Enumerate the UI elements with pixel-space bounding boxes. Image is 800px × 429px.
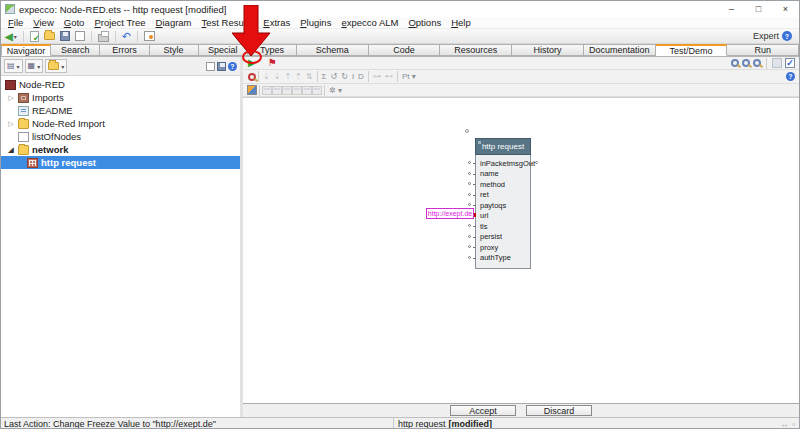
step-icon-1[interactable]: ⇣: [261, 71, 272, 83]
menu-options[interactable]: Options: [403, 17, 446, 29]
pin-row-proxy[interactable]: proxy: [476, 242, 530, 253]
freeze-value-label[interactable]: http://exept.de: [426, 208, 474, 219]
tab-documentation[interactable]: Documentation: [584, 44, 656, 56]
star-dropdown[interactable]: ✲ ▾: [327, 86, 344, 95]
new-project-button[interactable]: ✔: [29, 30, 40, 43]
navigator-help-icon[interactable]: ?: [228, 62, 237, 71]
undo-button[interactable]: ↶: [121, 30, 132, 43]
find-icon[interactable]: [248, 73, 256, 81]
tree-folder-mode-button[interactable]: ▾: [45, 59, 67, 73]
new-window-button[interactable]: [74, 30, 86, 43]
tab-run[interactable]: Run: [727, 44, 799, 56]
menu-diagram[interactable]: Diagram: [151, 17, 197, 29]
tab-errors[interactable]: Errors: [100, 44, 149, 56]
discard-button[interactable]: Discard: [526, 405, 592, 416]
tab-resources[interactable]: Resources: [440, 44, 512, 56]
schema-canvas[interactable]: http request inPacket msgOut name: [243, 97, 799, 403]
tree-item-imports[interactable]: ▷ Imports: [1, 91, 240, 104]
tree-item-node-red-import[interactable]: ▷ Node-Red Import: [1, 117, 240, 130]
zoom-in-icon[interactable]: [731, 59, 739, 67]
save-project-button[interactable]: [59, 30, 71, 43]
tab-navigator[interactable]: Navigator: [1, 44, 51, 56]
menu-extras[interactable]: Extras: [258, 17, 295, 29]
layout-icon-5[interactable]: [302, 86, 312, 95]
stop-flag-icon[interactable]: ⚑: [268, 57, 277, 69]
step-icon-4[interactable]: ⇡: [293, 71, 304, 83]
open-in-window-icon[interactable]: [206, 62, 215, 71]
open-project-button[interactable]: [43, 30, 56, 43]
tab-types[interactable]: Types: [248, 44, 297, 56]
tab-search[interactable]: Search: [51, 44, 100, 56]
tree-sort-mode-button[interactable]: ▦▾: [25, 59, 44, 73]
auto-update-checkbox[interactable]: ✓: [785, 58, 795, 68]
maximize-button[interactable]: □: [745, 1, 772, 17]
input-pin-connector[interactable]: [468, 256, 471, 259]
http-request-node[interactable]: http request inPacket msgOut name: [475, 138, 531, 269]
layout-icon-6[interactable]: [312, 86, 322, 95]
test-help-icon[interactable]: ?: [786, 72, 795, 81]
tree-item-node-red[interactable]: Node-RED: [1, 78, 240, 91]
connector-right-icon[interactable]: ⊷: [383, 71, 395, 83]
step-icon-2[interactable]: ⇣: [272, 71, 283, 83]
menu-plugins[interactable]: Plugins: [295, 17, 336, 29]
input-pin-connector[interactable]: [468, 193, 471, 196]
menu-test-results[interactable]: Test Results: [197, 17, 259, 29]
tab-code[interactable]: Code: [369, 44, 441, 56]
pin-row-inpacket[interactable]: inPacket msgOut: [476, 158, 530, 169]
layout-icon-1[interactable]: [262, 86, 272, 95]
tab-special[interactable]: Special: [199, 44, 248, 56]
tab-history[interactable]: History: [512, 44, 584, 56]
close-button[interactable]: ×: [772, 1, 799, 17]
debug-icon[interactable]: D: [356, 71, 366, 83]
pin-row-ret[interactable]: ret: [476, 190, 530, 201]
menu-goto[interactable]: Goto: [59, 17, 90, 29]
menu-project-tree[interactable]: Project Tree: [89, 17, 150, 29]
tree-item-http-request[interactable]: http request: [1, 156, 240, 169]
pin-row-method[interactable]: method: [476, 179, 530, 190]
input-pin-connector[interactable]: [468, 161, 471, 164]
expander-collapsed-icon[interactable]: ▷: [7, 94, 15, 102]
output-pin-connector[interactable]: [535, 161, 538, 164]
configure-icon[interactable]: [247, 85, 257, 95]
layout-icon-4[interactable]: [292, 86, 302, 95]
back-button[interactable]: ◀ ▾: [4, 30, 18, 43]
pin-row-url[interactable]: url: [476, 211, 530, 222]
print-button[interactable]: [97, 30, 110, 43]
tree-item-readme[interactable]: README: [1, 104, 240, 117]
pin-row-paytoqs[interactable]: paytoqs: [476, 200, 530, 211]
breakpoint-dot[interactable]: [465, 129, 469, 133]
tree-item-listofnodes[interactable]: listOfNodes: [1, 130, 240, 143]
tree-view-mode-button[interactable]: ▤▾: [4, 59, 23, 73]
accept-button[interactable]: Accept: [450, 405, 516, 416]
help-icon[interactable]: ?: [782, 31, 792, 41]
expander-expanded-icon[interactable]: ◢: [7, 146, 15, 154]
input-pin-connector[interactable]: [468, 172, 471, 175]
input-pin-connector[interactable]: [468, 245, 471, 248]
tab-test-demo[interactable]: Test/Demo: [656, 44, 728, 56]
tree-item-network[interactable]: ◢ network: [1, 143, 240, 156]
connector-left-icon[interactable]: ⊶: [371, 71, 383, 83]
pin-row-authtype[interactable]: authType: [476, 253, 530, 264]
scheduler-button[interactable]: [143, 30, 156, 43]
input-pin-connector[interactable]: [468, 203, 471, 206]
input-pin-connector[interactable]: [468, 224, 471, 227]
redo-icon[interactable]: ↻: [339, 71, 350, 83]
menu-file[interactable]: File: [3, 17, 28, 29]
zoom-fit-icon[interactable]: [753, 59, 761, 67]
menu-view[interactable]: View: [28, 17, 58, 29]
play-button[interactable]: ▶: [248, 57, 256, 69]
panel-toggle-icon[interactable]: [772, 58, 782, 68]
input-pin-connector[interactable]: [468, 182, 471, 185]
pin-row-tls[interactable]: tls: [476, 221, 530, 232]
expander-collapsed-icon[interactable]: ▷: [7, 120, 15, 128]
node-title[interactable]: http request: [475, 138, 531, 155]
layout-icon-3[interactable]: [282, 86, 292, 95]
step-icon-3[interactable]: ⇡: [282, 71, 293, 83]
pin-row-persist[interactable]: persist: [476, 232, 530, 243]
pin-row-name[interactable]: name: [476, 169, 530, 180]
input-pin-connector[interactable]: [468, 235, 471, 238]
zoom-out-icon[interactable]: [742, 59, 750, 67]
probe-dropdown[interactable]: Pt ▾: [400, 72, 418, 81]
layout-icon-2[interactable]: [272, 86, 282, 95]
menu-expecco-alm[interactable]: expecco ALM: [336, 17, 403, 29]
